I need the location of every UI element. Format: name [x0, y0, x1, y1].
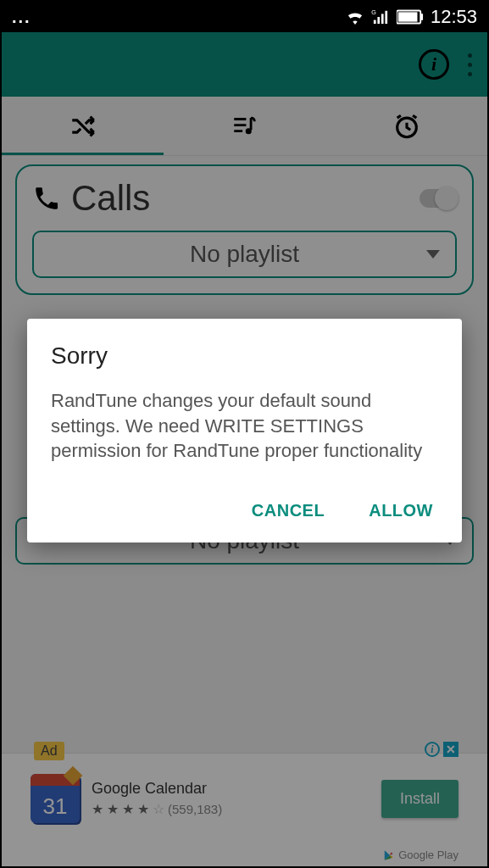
dialog-title: Sorry: [51, 342, 438, 370]
svg-rect-6: [420, 14, 423, 20]
dialog-actions: CANCEL ALLOW: [51, 494, 438, 527]
status-right: G 12:53: [346, 6, 477, 28]
dialog-body: RandTune changes your default sound sett…: [51, 388, 438, 464]
svg-rect-1: [374, 20, 376, 25]
svg-rect-4: [385, 11, 387, 24]
wifi-icon: [346, 9, 364, 25]
battery-icon: [397, 9, 424, 25]
svg-rect-7: [398, 12, 418, 21]
status-time: 12:53: [431, 6, 477, 28]
allow-button[interactable]: ALLOW: [364, 494, 438, 527]
cancel-button[interactable]: CANCEL: [247, 494, 330, 527]
status-bar: ... G 12:53: [2, 2, 487, 32]
svg-rect-3: [381, 14, 384, 24]
permission-dialog: Sorry RandTune changes your default soun…: [27, 319, 462, 542]
status-ellipsis: ...: [12, 8, 346, 27]
signal-icon: G: [371, 9, 390, 25]
svg-text:G: G: [371, 9, 376, 16]
svg-rect-2: [377, 17, 380, 24]
